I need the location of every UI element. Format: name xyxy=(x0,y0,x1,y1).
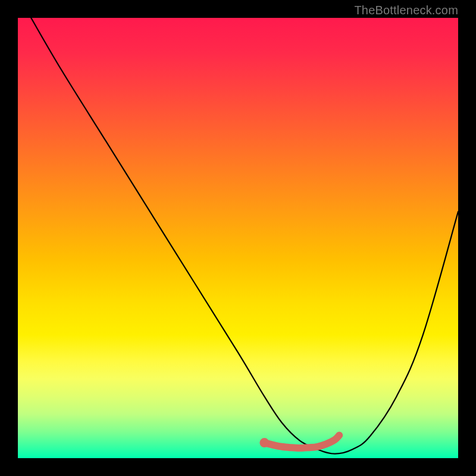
attribution-text: TheBottleneck.com xyxy=(354,4,458,17)
plot-area xyxy=(18,18,458,458)
highlight-marker-start xyxy=(259,438,269,447)
bottleneck-curve xyxy=(31,18,458,454)
chart-container: TheBottleneck.com xyxy=(0,0,476,476)
chart-svg xyxy=(18,18,458,458)
